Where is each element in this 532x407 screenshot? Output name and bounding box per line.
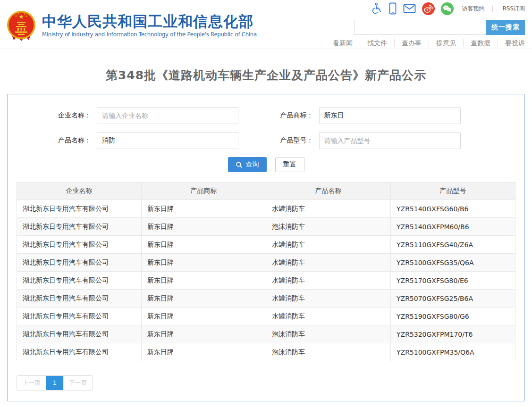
cell-product-name: 泡沫消防车 xyxy=(266,218,391,236)
table-row: 湖北新东日专用汽车有限公司 新东日牌 水罐消防车 YZR5100GXFSG35/… xyxy=(17,254,515,272)
cell-company-name: 湖北新东日专用汽车有限公司 xyxy=(17,307,142,325)
company-name-label: 企业名称： xyxy=(17,111,97,120)
cell-product-brand: 新东日牌 xyxy=(142,307,266,325)
field-company-name: 企业名称： xyxy=(17,107,266,124)
table-row: 湖北新东日专用汽车有限公司 新东日牌 水罐消防车 YZR5070GXFSG25/… xyxy=(17,290,515,307)
search-icon xyxy=(236,161,243,168)
cell-product-name: 泡沫消防车 xyxy=(266,325,391,343)
cell-product-name: 水罐消防车 xyxy=(266,307,391,325)
cell-company-name: 湖北新东日专用汽车有限公司 xyxy=(17,218,142,236)
form-buttons: 查询 重置 xyxy=(17,157,515,172)
table-column-header: 企业名称 xyxy=(17,183,142,200)
table-column-header: 产品名称 xyxy=(266,183,391,200)
cell-company-name: 湖北新东日专用汽车有限公司 xyxy=(17,236,142,254)
cell-product-model: YZR5110GXFSG40/Z6A xyxy=(391,236,515,254)
cell-product-brand: 新东日牌 xyxy=(142,218,266,236)
form-row-2: 产品名称： 产品型号： xyxy=(17,132,515,149)
cell-company-name: 湖北新东日专用汽车有限公司 xyxy=(17,200,142,218)
table-column-header: 产品型号 xyxy=(391,183,515,200)
header-nav-item[interactable]: 提意见 xyxy=(429,39,463,47)
field-product-brand: 产品商标： xyxy=(266,107,516,124)
cell-product-brand: 新东日牌 xyxy=(142,236,266,254)
query-button-label: 查询 xyxy=(246,160,259,169)
cell-product-model: YZR5100GXFPM35/Q6A xyxy=(391,343,515,361)
cell-company-name: 湖北新东日专用汽车有限公司 xyxy=(17,290,142,307)
field-product-model: 产品型号： xyxy=(266,132,516,149)
weibo-icon[interactable] xyxy=(422,2,435,15)
table-row: 湖北新东日专用汽车有限公司 新东日牌 泡沫消防车 YZR5100GXFPM35/… xyxy=(17,343,515,361)
brand-text: 中华人民共和国工业和信息化部 Ministry of Industry and … xyxy=(42,10,257,38)
cell-product-name: 水罐消防车 xyxy=(266,236,391,254)
header-right: 访客预约 | RSS订阅 统一搜索 看新闻 找文件 查办事 提意见 查数据 要投… xyxy=(343,2,525,47)
query-panel: 企业名称： 产品商标： 产品名称： 产品型号： 查询 重置 xyxy=(8,94,524,401)
cell-product-brand: 新东日牌 xyxy=(142,290,266,307)
cell-company-name: 湖北新东日专用汽车有限公司 xyxy=(17,325,142,343)
product-name-label: 产品名称： xyxy=(17,136,97,145)
mail-icon[interactable] xyxy=(403,4,416,13)
table-row: 湖北新东日专用汽车有限公司 新东日牌 水罐消防车 YZR5170GXFSG80/… xyxy=(17,272,515,290)
query-button[interactable]: 查询 xyxy=(228,157,267,172)
cell-product-model: YZR5140GXFPM60/B6 xyxy=(391,218,515,236)
site-subtitle: Ministry of Industry and Information Tec… xyxy=(42,31,257,38)
cell-product-name: 水罐消防车 xyxy=(266,254,391,272)
unified-search-input[interactable] xyxy=(354,20,486,35)
cell-product-brand: 新东日牌 xyxy=(142,272,266,290)
site-header: 中华人民共和国工业和信息化部 Ministry of Industry and … xyxy=(0,0,532,49)
pagination: 上一页 1 下一页 xyxy=(17,375,93,390)
cell-product-brand: 新东日牌 xyxy=(142,325,266,343)
product-model-input[interactable] xyxy=(319,132,461,149)
reset-button[interactable]: 重置 xyxy=(275,157,304,172)
unified-search: 统一搜索 xyxy=(343,20,525,35)
next-page-button[interactable]: 下一页 xyxy=(63,376,93,390)
cell-product-model: YZR5190GXFSG80/G6 xyxy=(391,307,515,325)
cell-company-name: 湖北新东日专用汽车有限公司 xyxy=(17,343,142,361)
quick-links-separator: | xyxy=(491,5,493,12)
visitor-appointment-link[interactable]: 访客预约 xyxy=(462,5,484,13)
cell-product-model: YZR5320GXFPM170/T6 xyxy=(391,325,515,343)
product-model-label: 产品型号： xyxy=(266,136,319,145)
table-header-row: 企业名称 产品商标 产品名称 产品型号 xyxy=(17,183,515,200)
cell-company-name: 湖北新东日专用汽车有限公司 xyxy=(17,272,142,290)
product-name-input[interactable] xyxy=(97,132,238,149)
header-nav-item[interactable]: 查办事 xyxy=(394,39,429,47)
cell-product-name: 水罐消防车 xyxy=(266,272,391,290)
header-nav-item[interactable]: 查数据 xyxy=(463,39,498,47)
table-column-header: 产品商标 xyxy=(142,183,266,200)
site-title: 中华人民共和国工业和信息化部 xyxy=(42,13,257,29)
form-row-1: 企业名称： 产品商标： xyxy=(17,107,515,124)
field-product-name: 产品名称： xyxy=(17,132,266,149)
prev-page-button[interactable]: 上一页 xyxy=(17,376,46,390)
header-nav-item[interactable]: 找文件 xyxy=(360,39,394,47)
cell-product-model: YZR5140GXFSG60/B6 xyxy=(391,200,515,218)
utility-icon-row: 访客预约 | RSS订阅 xyxy=(343,2,525,15)
national-emblem-icon xyxy=(7,10,36,44)
table-row: 湖北新东日专用汽车有限公司 新东日牌 水罐消防车 YZR5190GXFSG80/… xyxy=(17,307,515,325)
table-body: 湖北新东日专用汽车有限公司 新东日牌 水罐消防车 YZR5140GXFSG60/… xyxy=(17,200,515,361)
brand-link[interactable]: 中华人民共和国工业和信息化部 Ministry of Industry and … xyxy=(7,10,257,44)
table-row: 湖北新东日专用汽车有限公司 新东日牌 水罐消防车 YZR5140GXFSG60/… xyxy=(17,200,515,218)
page-1-button[interactable]: 1 xyxy=(46,376,63,390)
cell-company-name: 湖北新东日专用汽车有限公司 xyxy=(17,254,142,272)
company-name-input[interactable] xyxy=(97,107,238,124)
product-brand-input[interactable] xyxy=(319,107,461,124)
page-title: 第348批《道路机动车辆生产企业及产品公告》新产品公示 xyxy=(0,67,532,83)
cell-product-model: YZR5100GXFSG35/Q6A xyxy=(391,254,515,272)
table-row: 湖北新东日专用汽车有限公司 新东日牌 泡沫消防车 YZR5140GXFPM60/… xyxy=(17,218,515,236)
table-row: 湖北新东日专用汽车有限公司 新东日牌 水罐消防车 YZR5110GXFSG40/… xyxy=(17,236,515,254)
wechat-icon[interactable] xyxy=(441,2,454,15)
results-table: 企业名称 产品商标 产品名称 产品型号 湖北新东日专用汽车有限公司 新东日牌 水… xyxy=(17,182,515,361)
cell-product-name: 水罐消防车 xyxy=(266,200,391,218)
rss-subscribe-link[interactable]: RSS订阅 xyxy=(502,5,525,13)
mobile-icon[interactable] xyxy=(388,2,397,15)
accessibility-icon[interactable] xyxy=(371,2,382,15)
product-brand-label: 产品商标： xyxy=(266,111,319,120)
cell-product-brand: 新东日牌 xyxy=(142,254,266,272)
unified-search-button[interactable]: 统一搜索 xyxy=(486,20,525,35)
cell-product-name: 水罐消防车 xyxy=(266,290,391,307)
header-nav-item[interactable]: 看新闻 xyxy=(326,39,360,47)
header-nav-item[interactable]: 要投诉 xyxy=(498,39,525,47)
table-row: 湖北新东日专用汽车有限公司 新东日牌 泡沫消防车 YZR5320GXFPM170… xyxy=(17,325,515,343)
cell-product-model: YZR5170GXFSG80/E6 xyxy=(391,272,515,290)
cell-product-name: 泡沫消防车 xyxy=(266,343,391,361)
cell-product-brand: 新东日牌 xyxy=(142,200,266,218)
